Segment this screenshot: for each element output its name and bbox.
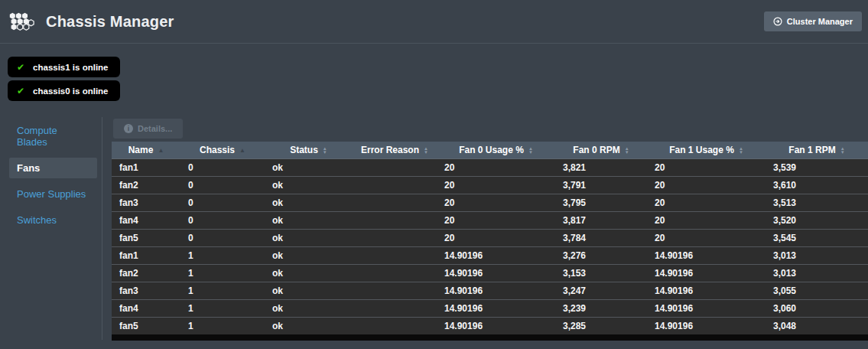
table-cell	[353, 176, 437, 194]
column-label: Name	[128, 145, 154, 155]
table-cell: fan3	[112, 194, 180, 211]
content-area: ✔chassis1 is online✔chassis0 is online C…	[0, 44, 868, 349]
table-cell: 14.90196	[647, 264, 766, 282]
table-row[interactable]: fan31ok14.901963,24714.901963,055	[112, 282, 868, 299]
table-cell: 1	[180, 299, 265, 317]
table-row[interactable]: fan50ok203,784203,545	[112, 229, 868, 246]
column-header-status[interactable]: Status▲▼	[265, 142, 353, 158]
table-row[interactable]: fan51ok14.901963,28514.901963,048	[112, 317, 868, 334]
table-cell: 14.90196	[647, 246, 766, 264]
table-cell: 14.90196	[647, 282, 766, 299]
table-cell: 3,784	[555, 229, 647, 246]
sidebar-item-power-supplies[interactable]: Power Supplies	[9, 184, 97, 204]
sort-icon: ▲▼	[424, 147, 428, 155]
check-icon: ✔	[17, 62, 24, 73]
table-cell: 3,520	[766, 211, 868, 229]
column-label: Status	[290, 145, 318, 155]
column-label: Error Reason	[361, 145, 419, 155]
notification-toast: ✔chassis1 is online	[8, 57, 120, 77]
table-cell: fan5	[112, 229, 180, 246]
table-cell: 14.90196	[437, 246, 555, 264]
table-cell: 20	[647, 158, 766, 176]
table-cell: 3,060	[766, 299, 868, 317]
main-panel: i Details... Name▲Chassis▲Status▲▼Error …	[112, 44, 868, 349]
column-header-chassis[interactable]: Chassis▲	[180, 142, 265, 158]
table-body: fan10ok203,821203,539fan20ok203,791203,6…	[112, 158, 868, 334]
page-title: Chassis Manager	[46, 13, 174, 31]
fans-table: Name▲Chassis▲Status▲▼Error Reason▲▼Fan 0…	[112, 142, 868, 334]
table-cell: 3,513	[766, 194, 868, 211]
info-circle-icon: i	[124, 124, 133, 133]
column-header-name[interactable]: Name▲	[112, 142, 180, 158]
table-row[interactable]: fan40ok203,817203,520	[112, 211, 868, 229]
table-cell: fan4	[112, 211, 180, 229]
table-cell	[353, 282, 437, 299]
table-cell: fan2	[112, 264, 180, 282]
table-cell: 20	[437, 229, 555, 246]
table-cell: 1	[180, 282, 265, 299]
column-label: Fan 1 Usage %	[669, 145, 734, 155]
table-cell: ok	[265, 299, 353, 317]
table-cell: 0	[180, 176, 265, 194]
table-cell	[353, 229, 437, 246]
table-cell: 20	[647, 194, 766, 211]
table-row[interactable]: fan41ok14.901963,23914.901963,060	[112, 299, 868, 317]
table-cell: fan4	[112, 299, 180, 317]
sort-icon: ▲▼	[323, 147, 327, 155]
table-cell: 3,610	[766, 176, 868, 194]
column-header-fan-0-rpm[interactable]: Fan 0 RPM▲▼	[555, 142, 647, 158]
table-cell: ok	[265, 229, 353, 246]
table-cell	[353, 299, 437, 317]
table-row[interactable]: fan10ok203,821203,539	[112, 158, 868, 176]
table-cell	[353, 194, 437, 211]
details-label: Details...	[138, 124, 172, 133]
table-cell: fan1	[112, 246, 180, 264]
sort-ascending-icon: ▲	[158, 147, 164, 154]
arrow-circle-right-icon	[773, 17, 782, 26]
table-cell: ok	[265, 264, 353, 282]
table-cell: 3,821	[555, 158, 647, 176]
sidebar-item-fans[interactable]: Fans	[9, 158, 97, 178]
sidebar-item-switches[interactable]: Switches	[9, 210, 97, 230]
table-cell: 0	[180, 229, 265, 246]
column-header-error-reason[interactable]: Error Reason▲▼	[353, 142, 437, 158]
table-cell: ok	[265, 282, 353, 299]
table-row[interactable]: fan11ok14.901963,27614.901963,013	[112, 246, 868, 264]
table-cell: 3,545	[766, 229, 868, 246]
table-cell: ok	[265, 211, 353, 229]
table-cell: 3,013	[766, 246, 868, 264]
table-cell	[353, 246, 437, 264]
table-bottom-strip	[112, 334, 868, 341]
column-header-fan-0-usage-[interactable]: Fan 0 Usage %▲▼	[437, 142, 555, 158]
sidebar-divider	[102, 117, 102, 340]
table-cell: 3,276	[555, 246, 647, 264]
table-cell: 14.90196	[437, 282, 555, 299]
table-cell: 1	[180, 246, 265, 264]
table-cell: 3,048	[766, 317, 868, 334]
column-header-fan-1-rpm[interactable]: Fan 1 RPM▲▼	[766, 142, 868, 158]
table-cell: 20	[647, 176, 766, 194]
table-cell: ok	[265, 176, 353, 194]
table-cell: 0	[180, 211, 265, 229]
table-cell: ok	[265, 317, 353, 334]
cluster-manager-button[interactable]: Cluster Manager	[764, 11, 862, 31]
table-cell: 3,817	[555, 211, 647, 229]
table-cell: 1	[180, 317, 265, 334]
table-cell: 3,539	[766, 158, 868, 176]
table-cell: ok	[265, 194, 353, 211]
table-cell: fan5	[112, 317, 180, 334]
column-header-fan-1-usage-[interactable]: Fan 1 Usage %▲▼	[647, 142, 766, 158]
details-button[interactable]: i Details...	[113, 119, 183, 139]
table-row[interactable]: fan20ok203,791203,610	[112, 176, 868, 194]
sort-icon: ▲▼	[739, 147, 743, 155]
table-cell: 3,239	[555, 299, 647, 317]
table-cell: fan2	[112, 176, 180, 194]
table-cell: 1	[180, 264, 265, 282]
column-label: Fan 0 RPM	[573, 145, 619, 155]
table-cell: 20	[647, 211, 766, 229]
table-row[interactable]: fan21ok14.901963,15314.901963,013	[112, 264, 868, 282]
table-row[interactable]: fan30ok203,795203,513	[112, 194, 868, 211]
sidebar-item-compute-blades[interactable]: Compute Blades	[9, 120, 97, 152]
top-bar: Chassis Manager Cluster Manager	[0, 0, 868, 44]
table-cell: 3,247	[555, 282, 647, 299]
